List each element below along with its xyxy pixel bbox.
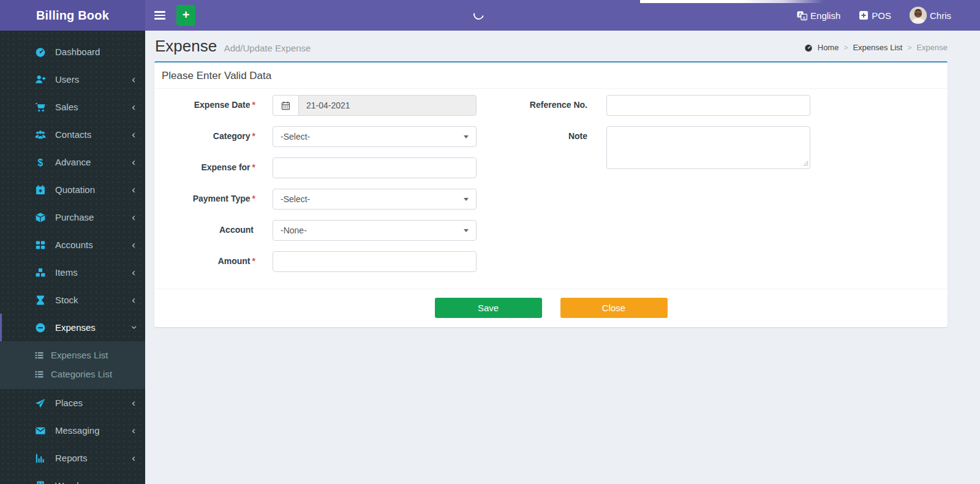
minus-circle-icon [35, 322, 46, 333]
sidebar-item-label: Advance [55, 157, 91, 167]
dollar-icon: $ [35, 157, 46, 168]
chevron-left-icon: ‹ [132, 453, 135, 463]
grid-icon [35, 240, 46, 251]
sidebar-submenu-expenses: Expenses ListCategories List [0, 341, 145, 389]
sidebar-item-contacts[interactable]: Contacts‹ [0, 121, 145, 148]
breadcrumb-item[interactable]: Expenses List [853, 43, 902, 52]
reference-no-input[interactable] [606, 95, 810, 116]
sidebar-item-label: Expenses [55, 322, 96, 333]
language-label: English [810, 10, 840, 21]
sidebar-item-label: Contacts [55, 129, 91, 140]
top-navbar: Billing Book + A a English [0, 0, 980, 31]
sidebar-item-expenses[interactable]: Expenses‹ [0, 314, 145, 341]
pos-button[interactable]: POS [859, 10, 891, 21]
envelope-icon [35, 425, 46, 436]
expense-for-label: Expense for* [160, 157, 255, 178]
sidebar-item-label: Users [55, 74, 79, 85]
sidebar-item-messaging[interactable]: Messaging‹ [0, 417, 145, 444]
building-icon [35, 480, 46, 484]
calendar-plus-icon [35, 184, 46, 195]
sidebar-item-reports[interactable]: Reports‹ [0, 444, 145, 472]
loading-spinner-icon [472, 7, 486, 21]
sidebar-item-label: Messaging [55, 425, 100, 436]
sidebar-item-purchase[interactable]: Purchase‹ [0, 203, 145, 231]
sidebar-item-label: Items [55, 267, 78, 278]
sidebar-item-places[interactable]: Places‹ [0, 389, 145, 417]
cubes-icon [35, 267, 46, 278]
amount-input[interactable] [273, 251, 477, 272]
user-name: Chris [930, 10, 951, 21]
page-title: Expense [155, 37, 217, 55]
chevron-left-icon: ‹ [132, 129, 135, 140]
app-logo[interactable]: Billing Book [0, 0, 145, 31]
sidebar-item-quotation[interactable]: Quotation‹ [0, 176, 145, 203]
category-select[interactable]: -Select- [273, 126, 477, 147]
paper-plane-icon [35, 398, 46, 409]
payment-type-select[interactable]: -Select- [273, 189, 477, 210]
chevron-left-icon: ‹ [132, 184, 135, 195]
chevron-down-icon [464, 198, 469, 201]
sidebar-item-label: Quotation [55, 184, 95, 195]
svg-text:a: a [803, 15, 805, 19]
save-button[interactable]: Save [435, 298, 542, 318]
card-title: Please Enter Valid Data [154, 62, 948, 89]
cart-icon [35, 102, 46, 113]
chevron-left-icon: ‹ [132, 295, 135, 305]
sidebar-item-users[interactable]: Users‹ [0, 66, 145, 93]
sidebar-toggle-icon[interactable] [153, 7, 167, 23]
sidebar-item-dashboard[interactable]: Dashboard [0, 38, 145, 66]
cube-icon [35, 212, 46, 223]
card-footer: Save Close [154, 289, 948, 327]
sidebar-subitem-categories-list[interactable]: Categories List [0, 365, 145, 384]
sidebar-item-label: Accounts [55, 240, 93, 250]
note-textarea[interactable] [606, 126, 810, 169]
sidebar-menu: DashboardUsers‹Sales‹Contacts‹$Advance‹Q… [0, 38, 145, 484]
home-icon [804, 43, 813, 52]
content-header: Expense Add/Update Expense Home>Expenses… [145, 31, 980, 61]
users-icon [35, 129, 46, 140]
quick-add-button[interactable]: + [176, 5, 195, 26]
page-subtitle: Add/Update Expense [224, 43, 311, 53]
sidebar-item-items[interactable]: Items‹ [0, 259, 145, 286]
sidebar-item-label: Reports [55, 453, 88, 463]
speedometer-icon [35, 47, 46, 58]
account-select[interactable]: -None- [273, 220, 477, 241]
breadcrumb-item[interactable]: Home [818, 43, 839, 52]
sidebar-subitem-expenses-list[interactable]: Expenses List [0, 346, 145, 365]
user-plus-icon [35, 74, 46, 85]
sidebar-item-stock[interactable]: Stock‹ [0, 286, 145, 314]
sidebar-item-accounts[interactable]: Accounts‹ [0, 231, 145, 259]
main-content: Expense Add/Update Expense Home>Expenses… [145, 0, 980, 327]
sidebar-item-label: Dashboard [55, 47, 100, 57]
expense-form-card: Please Enter Valid Data Expense Date* [154, 61, 948, 327]
expense-date-input[interactable] [298, 95, 477, 116]
chevron-left-icon: ‹ [132, 102, 135, 112]
chevron-left-icon: ‹ [132, 74, 135, 85]
chevron-left-icon: ‹ [132, 212, 135, 222]
sidebar-item-sales[interactable]: Sales‹ [0, 93, 145, 121]
calendar-icon[interactable] [273, 95, 298, 116]
list-icon [34, 369, 44, 379]
expense-for-input[interactable] [273, 157, 477, 178]
amount-label: Amount* [160, 251, 255, 272]
sidebar-item-label: Warehouse [55, 480, 102, 484]
close-button[interactable]: Close [560, 298, 668, 318]
sidebar: DashboardUsers‹Sales‹Contacts‹$Advance‹Q… [0, 31, 145, 484]
payment-type-label: Payment Type* [160, 189, 255, 210]
expense-date-label: Expense Date* [160, 95, 255, 116]
user-menu[interactable]: Chris [910, 7, 951, 24]
avatar [910, 7, 927, 24]
chevron-down-icon [464, 135, 469, 138]
language-menu[interactable]: A a English [797, 10, 840, 21]
list-icon [34, 350, 44, 360]
translate-icon: A a [797, 10, 807, 21]
plus-square-icon [859, 10, 869, 20]
sidebar-subitem-label: Expenses List [51, 350, 108, 360]
reference-no-label: Reference No. [494, 95, 589, 116]
breadcrumb: Home>Expenses List>Expense [804, 43, 948, 52]
chevron-left-icon: ‹ [132, 240, 135, 250]
sidebar-item-warehouse[interactable]: Warehouse‹ [0, 472, 145, 484]
sidebar-item-advance[interactable]: $Advance‹ [0, 148, 145, 176]
render-artifact [640, 0, 824, 3]
sidebar-item-label: Sales [55, 102, 78, 112]
